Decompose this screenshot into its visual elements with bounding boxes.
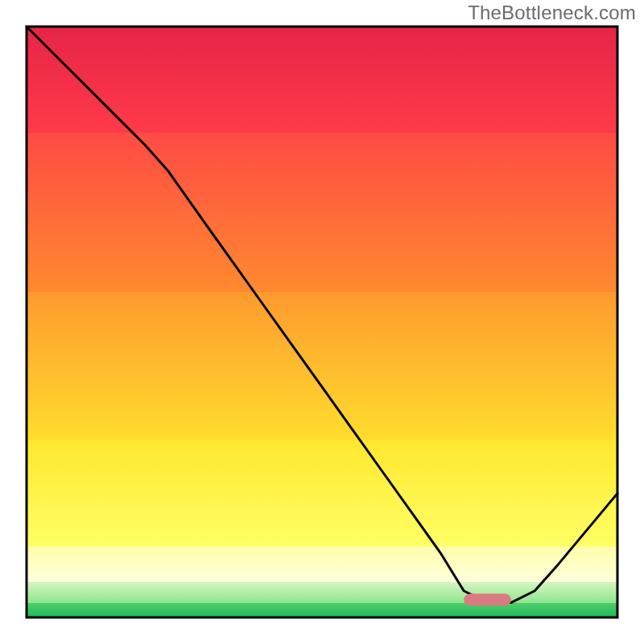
- optimal-marker: [464, 593, 511, 605]
- chart-svg: [0, 0, 644, 644]
- watermark-text: TheBottleneck.com: [468, 2, 636, 24]
- bottleneck-chart: TheBottleneck.com: [0, 0, 644, 644]
